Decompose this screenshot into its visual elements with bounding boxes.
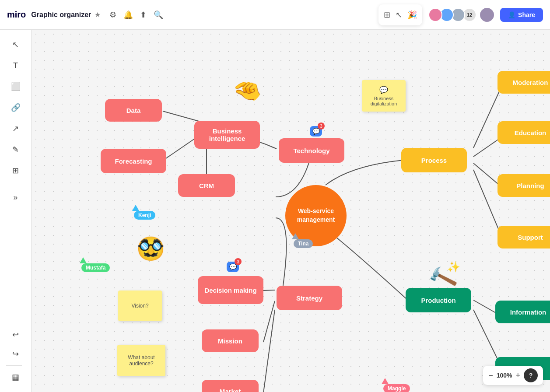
data-label: Data <box>126 107 141 114</box>
sticky-business-dig[interactable]: 💬 Business digitalization <box>362 80 406 112</box>
celebrate-icon[interactable]: 🎉 <box>407 10 417 20</box>
tool-connect[interactable]: 🔗 <box>6 98 25 117</box>
search-icon[interactable]: 🔍 <box>154 10 163 20</box>
canvas[interactable]: Web-service management Technology Busine… <box>32 30 550 392</box>
education-label: Education <box>515 129 546 136</box>
technology-label: Technology <box>293 147 329 154</box>
moderation-label: Moderation <box>513 79 548 86</box>
tool-pen[interactable]: ✎ <box>6 140 25 159</box>
node-support[interactable]: Support <box>497 226 550 248</box>
node-strategy[interactable]: Strategy <box>277 286 342 310</box>
node-decision-making[interactable]: Decision making <box>198 276 263 304</box>
miro-logo: miro <box>7 10 26 20</box>
cursor-label-mustafa: Mustafa <box>81 263 110 272</box>
tool-more[interactable]: » <box>6 188 25 207</box>
market-label: Market <box>220 388 241 392</box>
zoom-controls: − 100% + ? <box>483 366 543 385</box>
cursor-tina: Tina <box>292 233 299 239</box>
tool-frame[interactable]: ⊞ <box>6 161 25 180</box>
topbar-icons: ⚙ 🔔 ⬆ 🔍 <box>109 10 163 20</box>
information-label: Information <box>510 308 546 316</box>
sidebar-divider-2 <box>6 365 22 366</box>
tool-panel[interactable]: ▦ <box>6 368 25 387</box>
node-mission[interactable]: Mission <box>202 329 259 352</box>
production-label: Production <box>421 297 455 304</box>
tool-text[interactable]: T <box>6 56 25 75</box>
zoom-in-button[interactable]: + <box>515 371 520 380</box>
node-business-intelligence[interactable]: Business intelligence <box>194 121 260 149</box>
strategy-label: Strategy <box>296 294 322 302</box>
comment-bubble-technology[interactable]: 💬 3 <box>310 126 322 136</box>
topbar: miro Graphic organizer ★ ⚙ 🔔 ⬆ 🔍 ⊞ ↖ 🎉 1… <box>0 0 550 30</box>
mission-label: Mission <box>218 337 242 345</box>
star-icon[interactable]: ★ <box>95 10 101 19</box>
cursor-label-tina: Tina <box>294 239 313 248</box>
tool-arrow[interactable]: ↗ <box>6 119 25 138</box>
comment-bubble-decision[interactable]: 💬 3 <box>227 262 239 272</box>
share-button[interactable]: 👤 Share <box>500 8 543 22</box>
forecasting-label: Forecasting <box>115 158 152 165</box>
node-technology[interactable]: Technology <box>279 138 344 163</box>
sidebar-bottom: ↩ ↪ ▦ <box>6 325 25 387</box>
notification-icon[interactable]: 🔔 <box>123 10 133 20</box>
sticky-audience[interactable]: What about audience? <box>117 345 165 376</box>
avatar-1 <box>428 8 442 22</box>
node-data[interactable]: Data <box>105 99 162 122</box>
planning-label: Planning <box>516 182 544 189</box>
zoom-out-button[interactable]: − <box>488 371 493 380</box>
node-forecasting[interactable]: Forecasting <box>101 149 166 173</box>
sidebar-divider-1 <box>8 184 24 184</box>
cursor-kenji: Kenji <box>132 205 139 211</box>
cursor-label-kenji: Kenji <box>134 211 155 220</box>
tool-redo[interactable]: ↪ <box>6 344 25 364</box>
audience-label: What about audience? <box>128 354 154 367</box>
node-crm[interactable]: CRM <box>178 174 235 197</box>
board-title[interactable]: Graphic organizer <box>31 11 91 19</box>
settings-icon[interactable]: ⚙ <box>109 10 116 20</box>
support-label: Support <box>518 234 543 241</box>
cursor-maggie: Maggie <box>382 378 389 384</box>
cursor2-icon[interactable]: ↖ <box>396 10 402 20</box>
sticker-glasses: 🥸 <box>137 235 165 262</box>
bi-label: Business intelligence <box>209 127 245 142</box>
upload-icon[interactable]: ⬆ <box>140 10 147 20</box>
help-button[interactable]: ? <box>524 368 538 382</box>
vision-label: Vision? <box>131 303 148 309</box>
zoom-level: 100% <box>497 372 512 379</box>
cursor-mustafa: Mustafa <box>80 257 87 263</box>
business-dig-label: Business digitalization <box>371 96 397 106</box>
left-sidebar: ↖ T ⬜ 🔗 ↗ ✎ ⊞ » ↩ ↪ ▦ <box>0 30 32 392</box>
share-label: Share <box>518 11 535 18</box>
node-education[interactable]: Education <box>497 121 550 144</box>
share-icon: 👤 <box>508 11 515 18</box>
node-planning[interactable]: Planning <box>497 174 550 197</box>
current-user-avatar <box>479 7 495 23</box>
tool-undo[interactable]: ↩ <box>6 325 25 344</box>
tool-cursor[interactable]: ↖ <box>6 35 25 54</box>
cursor-label-maggie: Maggie <box>383 384 410 392</box>
node-market[interactable]: Market <box>202 380 259 392</box>
node-process[interactable]: Process <box>401 148 467 172</box>
topbar-right: ⊞ ↖ 🎉 12 👤 Share <box>378 4 543 25</box>
node-moderation[interactable]: Moderation <box>497 71 550 94</box>
center-label: Web-service management <box>297 207 335 224</box>
tool-shape[interactable]: ⬜ <box>6 77 25 96</box>
process-label: Process <box>421 157 447 164</box>
grid-icon[interactable]: ⊞ <box>384 10 390 20</box>
sticker-hand: 🤏 <box>231 76 263 107</box>
avatars: 12 <box>431 8 476 22</box>
sticky-vision[interactable]: Vision? <box>118 290 162 321</box>
view-toolbar: ⊞ ↖ 🎉 <box>378 4 422 25</box>
decision-making-label: Decision making <box>204 287 256 294</box>
node-information[interactable]: Information <box>495 301 550 323</box>
crm-label: CRM <box>199 182 214 189</box>
